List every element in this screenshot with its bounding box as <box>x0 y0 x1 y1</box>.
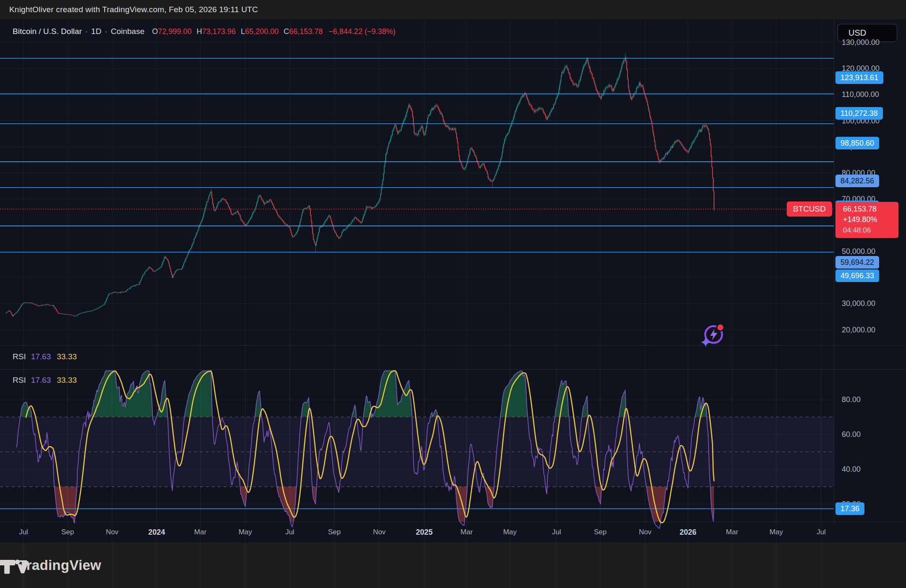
rsi-pane[interactable] <box>0 369 906 522</box>
tradingview-logo-text: TradingView <box>18 557 101 573</box>
horizontal-gridlines <box>0 42 834 330</box>
attribution-text: KnightOliver created with TradingView.co… <box>0 5 258 14</box>
pane-separator[interactable] <box>0 345 906 345</box>
footer-bar: TradingView <box>0 542 906 588</box>
attribution-bar: KnightOliver created with TradingView.co… <box>0 0 906 19</box>
rsi-label: RSI <box>13 352 26 361</box>
time-axis[interactable]: JulSepNov2024MarMayJulSepNov2025MarMayJu… <box>0 522 906 542</box>
rsi-ma-value: 33.33 <box>57 352 77 361</box>
tradingview-logo-icon <box>0 556 27 575</box>
candle-wicks-down <box>10 56 714 317</box>
tradingview-chart-window: KnightOliver created with TradingView.co… <box>0 0 906 588</box>
rsi-value: 17.63 <box>31 352 51 361</box>
tradingview-logo[interactable]: TradingView <box>13 557 101 573</box>
rsi-pane-legend-collapsed[interactable]: RSI 17.63 33.33 <box>13 352 77 361</box>
main-price-pane[interactable] <box>0 19 906 345</box>
